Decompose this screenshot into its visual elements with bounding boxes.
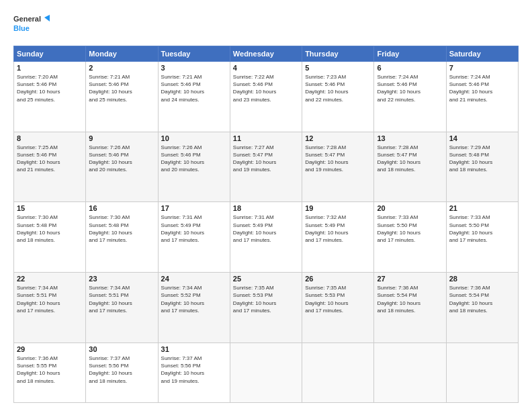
calendar-cell [230, 342, 302, 402]
calendar-cell [374, 342, 446, 402]
day-header-tuesday: Tuesday [158, 46, 230, 62]
day-header-friday: Friday [374, 46, 446, 62]
day-number: 9 [89, 134, 154, 142]
day-info: Sunrise: 7:37 AM Sunset: 5:56 PM Dayligh… [89, 355, 154, 385]
calendar-week-row: 15Sunrise: 7:30 AM Sunset: 5:48 PM Dayli… [14, 202, 519, 273]
day-number: 27 [377, 275, 443, 283]
day-number: 1 [17, 64, 83, 72]
day-number: 29 [17, 345, 83, 353]
day-info: Sunrise: 7:36 AM Sunset: 5:55 PM Dayligh… [17, 355, 83, 385]
day-header-monday: Monday [86, 46, 158, 62]
day-number: 16 [89, 204, 154, 212]
day-number: 24 [161, 275, 227, 283]
calendar-cell: 24Sunrise: 7:34 AM Sunset: 5:52 PM Dayli… [158, 273, 230, 343]
logo-svg: General Blue [13, 12, 50, 39]
day-info: Sunrise: 7:37 AM Sunset: 5:56 PM Dayligh… [161, 355, 227, 385]
day-info: Sunrise: 7:31 AM Sunset: 5:49 PM Dayligh… [161, 214, 227, 244]
calendar-week-row: 1Sunrise: 7:20 AM Sunset: 5:46 PM Daylig… [14, 62, 519, 132]
calendar-cell: 21Sunrise: 7:33 AM Sunset: 5:50 PM Dayli… [446, 202, 518, 273]
calendar-cell: 25Sunrise: 7:35 AM Sunset: 5:53 PM Dayli… [230, 273, 302, 343]
calendar-header-row: SundayMondayTuesdayWednesdayThursdayFrid… [14, 46, 519, 62]
day-number: 28 [449, 275, 515, 283]
day-number: 18 [233, 204, 299, 212]
day-number: 6 [377, 64, 443, 72]
day-info: Sunrise: 7:26 AM Sunset: 5:46 PM Dayligh… [161, 144, 227, 174]
calendar-cell: 30Sunrise: 7:37 AM Sunset: 5:56 PM Dayli… [86, 342, 158, 402]
calendar-cell [302, 342, 374, 402]
calendar-cell: 3Sunrise: 7:21 AM Sunset: 5:46 PM Daylig… [158, 62, 230, 132]
day-info: Sunrise: 7:27 AM Sunset: 5:47 PM Dayligh… [233, 144, 299, 174]
day-info: Sunrise: 7:35 AM Sunset: 5:53 PM Dayligh… [305, 284, 371, 314]
calendar-cell: 26Sunrise: 7:35 AM Sunset: 5:53 PM Dayli… [302, 273, 374, 343]
day-info: Sunrise: 7:29 AM Sunset: 5:48 PM Dayligh… [449, 144, 515, 174]
calendar-cell: 18Sunrise: 7:31 AM Sunset: 5:49 PM Dayli… [230, 202, 302, 273]
svg-marker-2 [44, 15, 50, 21]
calendar-cell: 5Sunrise: 7:23 AM Sunset: 5:46 PM Daylig… [302, 62, 374, 132]
calendar-cell [446, 342, 518, 402]
day-header-sunday: Sunday [14, 46, 86, 62]
day-info: Sunrise: 7:34 AM Sunset: 5:52 PM Dayligh… [161, 284, 227, 314]
calendar-cell: 11Sunrise: 7:27 AM Sunset: 5:47 PM Dayli… [230, 132, 302, 202]
day-number: 5 [305, 64, 371, 72]
calendar-cell: 9Sunrise: 7:26 AM Sunset: 5:46 PM Daylig… [86, 132, 158, 202]
day-info: Sunrise: 7:21 AM Sunset: 5:46 PM Dayligh… [161, 73, 227, 103]
day-info: Sunrise: 7:23 AM Sunset: 5:46 PM Dayligh… [305, 73, 371, 103]
day-number: 31 [161, 345, 227, 353]
calendar-cell: 8Sunrise: 7:25 AM Sunset: 5:46 PM Daylig… [14, 132, 86, 202]
calendar-cell: 12Sunrise: 7:28 AM Sunset: 5:47 PM Dayli… [302, 132, 374, 202]
day-number: 4 [233, 64, 299, 72]
day-info: Sunrise: 7:28 AM Sunset: 5:47 PM Dayligh… [377, 144, 443, 174]
day-info: Sunrise: 7:25 AM Sunset: 5:46 PM Dayligh… [17, 144, 83, 174]
day-info: Sunrise: 7:32 AM Sunset: 5:49 PM Dayligh… [305, 214, 371, 244]
day-info: Sunrise: 7:28 AM Sunset: 5:47 PM Dayligh… [305, 144, 371, 174]
day-number: 23 [89, 275, 154, 283]
day-info: Sunrise: 7:22 AM Sunset: 5:46 PM Dayligh… [233, 73, 299, 103]
day-info: Sunrise: 7:26 AM Sunset: 5:46 PM Dayligh… [89, 144, 154, 174]
calendar-cell: 15Sunrise: 7:30 AM Sunset: 5:48 PM Dayli… [14, 202, 86, 273]
day-header-wednesday: Wednesday [230, 46, 302, 62]
calendar-cell: 20Sunrise: 7:33 AM Sunset: 5:50 PM Dayli… [374, 202, 446, 273]
calendar-cell: 27Sunrise: 7:36 AM Sunset: 5:54 PM Dayli… [374, 273, 446, 343]
day-number: 17 [161, 204, 227, 212]
calendar-cell: 2Sunrise: 7:21 AM Sunset: 5:46 PM Daylig… [86, 62, 158, 132]
calendar-cell: 13Sunrise: 7:28 AM Sunset: 5:47 PM Dayli… [374, 132, 446, 202]
logo: General Blue [13, 12, 50, 39]
day-number: 10 [161, 134, 227, 142]
calendar-cell: 7Sunrise: 7:24 AM Sunset: 5:46 PM Daylig… [446, 62, 518, 132]
day-header-saturday: Saturday [446, 46, 518, 62]
calendar-week-row: 29Sunrise: 7:36 AM Sunset: 5:55 PM Dayli… [14, 342, 519, 402]
day-number: 15 [17, 204, 83, 212]
calendar-cell: 22Sunrise: 7:34 AM Sunset: 5:51 PM Dayli… [14, 273, 86, 343]
day-number: 12 [305, 134, 371, 142]
calendar-week-row: 22Sunrise: 7:34 AM Sunset: 5:51 PM Dayli… [14, 273, 519, 343]
day-info: Sunrise: 7:33 AM Sunset: 5:50 PM Dayligh… [449, 214, 515, 244]
day-info: Sunrise: 7:21 AM Sunset: 5:46 PM Dayligh… [89, 73, 154, 103]
day-number: 3 [161, 64, 227, 72]
day-number: 11 [233, 134, 299, 142]
day-info: Sunrise: 7:35 AM Sunset: 5:53 PM Dayligh… [233, 284, 299, 314]
calendar-cell: 16Sunrise: 7:30 AM Sunset: 5:48 PM Dayli… [86, 202, 158, 273]
svg-text:General: General [13, 15, 41, 23]
day-info: Sunrise: 7:34 AM Sunset: 5:51 PM Dayligh… [89, 284, 154, 314]
day-info: Sunrise: 7:24 AM Sunset: 5:46 PM Dayligh… [377, 73, 443, 103]
calendar-cell: 14Sunrise: 7:29 AM Sunset: 5:48 PM Dayli… [446, 132, 518, 202]
day-number: 13 [377, 134, 443, 142]
day-info: Sunrise: 7:20 AM Sunset: 5:46 PM Dayligh… [17, 73, 83, 103]
day-number: 14 [449, 134, 515, 142]
calendar-cell: 17Sunrise: 7:31 AM Sunset: 5:49 PM Dayli… [158, 202, 230, 273]
day-number: 22 [17, 275, 83, 283]
calendar-table: SundayMondayTuesdayWednesdayThursdayFrid… [13, 46, 519, 403]
calendar-week-row: 8Sunrise: 7:25 AM Sunset: 5:46 PM Daylig… [14, 132, 519, 202]
day-number: 7 [449, 64, 515, 72]
calendar-cell: 31Sunrise: 7:37 AM Sunset: 5:56 PM Dayli… [158, 342, 230, 402]
day-number: 25 [233, 275, 299, 283]
day-number: 2 [89, 64, 154, 72]
calendar-cell: 6Sunrise: 7:24 AM Sunset: 5:46 PM Daylig… [374, 62, 446, 132]
day-info: Sunrise: 7:34 AM Sunset: 5:51 PM Dayligh… [17, 284, 83, 314]
day-number: 26 [305, 275, 371, 283]
day-info: Sunrise: 7:36 AM Sunset: 5:54 PM Dayligh… [377, 284, 443, 314]
svg-text:Blue: Blue [13, 24, 30, 32]
day-number: 19 [305, 204, 371, 212]
day-info: Sunrise: 7:24 AM Sunset: 5:46 PM Dayligh… [449, 73, 515, 103]
calendar-cell: 23Sunrise: 7:34 AM Sunset: 5:51 PM Dayli… [86, 273, 158, 343]
